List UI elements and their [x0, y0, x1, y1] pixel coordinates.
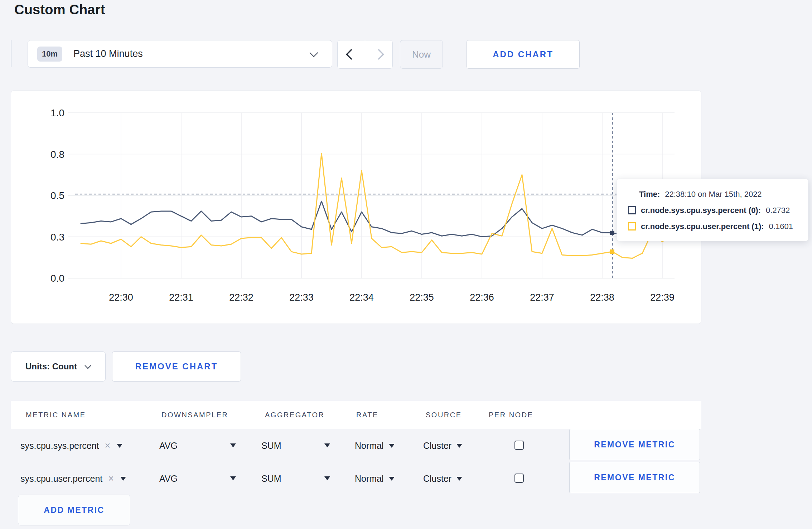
chart-plot-area[interactable]	[68, 113, 675, 278]
add-metric-button[interactable]: ADD METRIC	[18, 495, 130, 525]
col-header-metric-name: METRIC NAME	[26, 401, 86, 429]
per-node-checkbox[interactable]	[514, 441, 524, 450]
time-prev-button[interactable]	[338, 40, 365, 68]
col-header-per-node: PER NODE	[489, 401, 533, 429]
tooltip-series-value: 0.1601	[769, 222, 793, 231]
dropdown-arrow-icon[interactable]	[324, 443, 330, 447]
dropdown-arrow-icon[interactable]	[230, 443, 236, 447]
dropdown-arrow-icon	[117, 444, 122, 448]
dropdown-arrow-icon[interactable]	[324, 476, 330, 480]
tooltip-series-row: cr.node.sys.cpu.user.percent (1): 0.1601	[617, 218, 808, 234]
per-node-checkbox[interactable]	[514, 474, 524, 483]
dropdown-arrow-icon	[456, 477, 462, 481]
col-header-aggregator: AGGREGATOR	[265, 401, 325, 429]
metrics-table-header: METRIC NAME DOWNSAMPLER AGGREGATOR RATE …	[11, 401, 701, 429]
tooltip-series-label: cr.node.sys.cpu.sys.percent (0):	[641, 206, 761, 215]
chevron-left-icon	[345, 49, 357, 60]
page-title: Custom Chart	[14, 2, 105, 18]
remove-metric-button[interactable]: REMOVE METRIC	[569, 462, 700, 493]
metric-name-dropdown[interactable]: sys.cpu.user.percent ×	[20, 467, 126, 490]
clear-metric-icon[interactable]: ×	[108, 467, 114, 490]
col-header-downsampler: DOWNSAMPLER	[161, 401, 228, 429]
tooltip-time-row: Time: 22:38:10 on Mar 15th, 2022	[617, 186, 808, 202]
tooltip-series-value: 0.2732	[766, 206, 790, 215]
tooltip-series-label: cr.node.sys.cpu.user.percent (1):	[641, 222, 764, 231]
dropdown-arrow-icon	[389, 444, 395, 448]
aggregator-select[interactable]: SUM	[261, 434, 281, 457]
source-select[interactable]: Cluster	[423, 434, 462, 457]
time-range-badge: 10m	[37, 47, 62, 62]
rate-select[interactable]: Normal	[355, 467, 395, 490]
dropdown-arrow-icon	[389, 477, 395, 481]
remove-chart-button[interactable]: REMOVE CHART	[112, 351, 241, 382]
tooltip-time-value: 22:38:10 on Mar 15th, 2022	[665, 190, 762, 199]
tooltip-series-row: cr.node.sys.cpu.sys.percent (0): 0.2732	[617, 202, 808, 218]
series-user-swatch-icon	[628, 222, 636, 230]
col-header-rate: RATE	[356, 401, 378, 429]
downsampler-select[interactable]: AVG	[159, 434, 178, 457]
custom-chart-page: Custom Chart 10m Past 10 Minutes Now ADD…	[0, 0, 812, 529]
chevron-right-icon	[373, 49, 384, 60]
rate-select[interactable]: Normal	[355, 434, 395, 457]
chevron-down-icon	[309, 48, 318, 57]
remove-metric-button[interactable]: REMOVE METRIC	[569, 429, 700, 460]
col-header-source: SOURCE	[426, 401, 462, 429]
dropdown-arrow-icon	[120, 477, 126, 481]
time-range-label: Past 10 Minutes	[73, 48, 143, 59]
chart-tooltip: Time: 22:38:10 on Mar 15th, 2022 cr.node…	[617, 179, 808, 241]
units-dropdown[interactable]: Units: Count	[11, 351, 106, 382]
series-sys-swatch-icon	[628, 206, 636, 214]
clear-metric-icon[interactable]: ×	[105, 434, 111, 457]
time-next-button[interactable]	[365, 40, 392, 68]
chevron-down-icon	[84, 362, 91, 369]
toolbar-accent-divider	[11, 40, 11, 67]
aggregator-select[interactable]: SUM	[261, 467, 281, 490]
time-range-dropdown[interactable]: 10m Past 10 Minutes	[28, 40, 332, 68]
now-button[interactable]: Now	[400, 40, 443, 69]
time-nav-group	[337, 40, 393, 69]
add-chart-button[interactable]: ADD CHART	[467, 40, 580, 69]
source-select[interactable]: Cluster	[423, 467, 462, 490]
tooltip-time-label: Time:	[639, 190, 660, 199]
downsampler-select[interactable]: AVG	[159, 467, 178, 490]
metric-name-dropdown[interactable]: sys.cpu.sys.percent ×	[20, 434, 122, 457]
dropdown-arrow-icon	[456, 444, 462, 448]
dropdown-arrow-icon[interactable]	[230, 476, 236, 480]
